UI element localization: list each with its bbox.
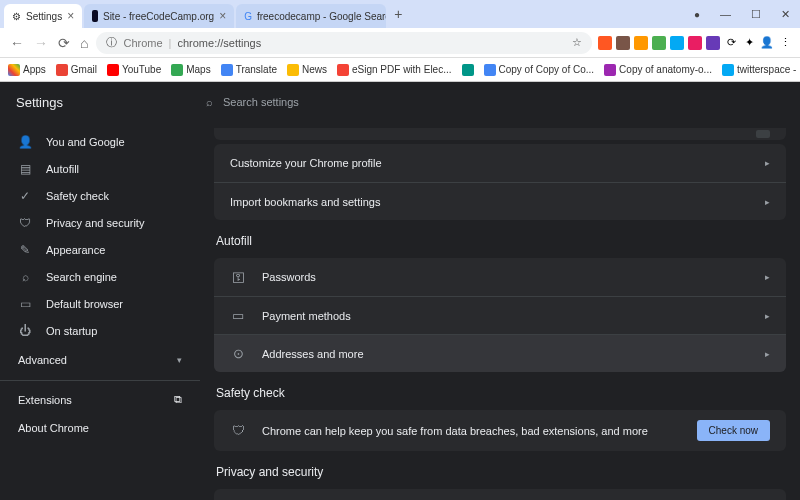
- search-placeholder: Search settings: [223, 96, 299, 108]
- chevron-right-icon: ▸: [765, 349, 770, 359]
- browser-icon: ▭: [18, 297, 32, 311]
- back-button[interactable]: ←: [8, 33, 26, 53]
- chevron-right-icon: ▸: [765, 197, 770, 207]
- settings-page: Settings ⌕ Search settings 👤You and Goog…: [0, 82, 800, 500]
- forward-button[interactable]: →: [32, 33, 50, 53]
- url-scheme: Chrome: [123, 37, 162, 49]
- search-icon: ⌕: [18, 270, 32, 284]
- person-icon: 👤: [18, 135, 32, 149]
- payment-row[interactable]: ▭Payment methods▸: [214, 296, 786, 334]
- search-icon: ⌕: [206, 96, 213, 108]
- ext-icon[interactable]: [670, 36, 684, 50]
- bookmark-item[interactable]: News: [287, 64, 327, 76]
- window-titlebar: ⚙Settings× Site - freeCodeCamp.org× Gfre…: [0, 0, 800, 28]
- tab-freecodecamp[interactable]: Site - freeCodeCamp.org×: [84, 4, 234, 28]
- section-title-autofill: Autofill: [216, 234, 784, 248]
- sidebar-item-you-google[interactable]: 👤You and Google: [0, 128, 200, 155]
- safety-card: 🛡Chrome can help keep you safe from data…: [214, 410, 786, 451]
- apps-button[interactable]: Apps: [8, 64, 46, 76]
- tab-label: freecodecamp - Google Search: [257, 11, 386, 22]
- google-icon: G: [244, 11, 252, 22]
- pin-icon: ⊙: [230, 346, 246, 361]
- card-icon: ▭: [230, 308, 246, 323]
- autofill-card: ⚿Passwords▸ ▭Payment methods▸ ⊙Addresses…: [214, 258, 786, 372]
- advanced-toggle[interactable]: Advanced▾: [0, 344, 200, 376]
- check-now-button[interactable]: Check now: [697, 420, 770, 441]
- lock-icon: 🛡: [18, 216, 32, 230]
- autofill-icon: ▤: [18, 162, 32, 176]
- sidebar-item-default[interactable]: ▭Default browser: [0, 290, 200, 317]
- close-window-button[interactable]: ✕: [775, 6, 796, 23]
- maximize-button[interactable]: ☐: [745, 6, 767, 23]
- menu-icon[interactable]: ⋮: [778, 36, 792, 50]
- shield-icon: ✓: [18, 189, 32, 203]
- toggle-icon[interactable]: [756, 130, 770, 138]
- bookmark-item[interactable]: Translate: [221, 64, 277, 76]
- account-dot-icon[interactable]: ●: [688, 7, 706, 22]
- extensions-icon[interactable]: ✦: [742, 36, 756, 50]
- bookmark-item[interactable]: twitterspace - New...: [722, 64, 800, 76]
- bookmark-item[interactable]: Gmail: [56, 64, 97, 76]
- bookmarks-bar: Apps Gmail YouTube Maps Translate News e…: [0, 58, 800, 82]
- site-icon: [92, 10, 98, 22]
- sidebar-item-appearance[interactable]: ✎Appearance: [0, 236, 200, 263]
- brush-icon: ✎: [18, 243, 32, 257]
- home-button[interactable]: ⌂: [78, 33, 90, 53]
- privacy-card: 🗑Clear browsing dataClear history, cooki…: [214, 489, 786, 500]
- clear-data-row[interactable]: 🗑Clear browsing dataClear history, cooki…: [214, 489, 786, 500]
- reload-button[interactable]: ⟳: [56, 33, 72, 53]
- bookmark-item[interactable]: YouTube: [107, 64, 161, 76]
- bookmark-item[interactable]: Copy of Copy of Co...: [484, 64, 595, 76]
- chevron-down-icon: ▾: [177, 355, 182, 365]
- site-info-icon[interactable]: ⓘ: [106, 35, 117, 50]
- close-icon[interactable]: ×: [67, 9, 74, 23]
- ext-icon[interactable]: [634, 36, 648, 50]
- customize-profile-row[interactable]: Customize your Chrome profile▸: [214, 144, 786, 182]
- bookmark-item[interactable]: Maps: [171, 64, 210, 76]
- bookmark-item[interactable]: Copy of anatomy-o...: [604, 64, 712, 76]
- minimize-button[interactable]: —: [714, 6, 737, 22]
- extensions-link[interactable]: Extensions⧉: [0, 385, 200, 414]
- sidebar-item-privacy[interactable]: 🛡Privacy and security: [0, 209, 200, 236]
- sidebar-item-startup[interactable]: ⏻On startup: [0, 317, 200, 344]
- address-bar: ← → ⟳ ⌂ ⓘ Chrome | chrome://settings ☆ ⟳…: [0, 28, 800, 58]
- external-link-icon: ⧉: [174, 393, 182, 406]
- tab-label: Site - freeCodeCamp.org: [103, 11, 214, 22]
- tab-google-search[interactable]: Gfreecodecamp - Google Search×: [236, 4, 386, 28]
- sidebar-item-autofill[interactable]: ▤Autofill: [0, 155, 200, 182]
- ext-icon[interactable]: [688, 36, 702, 50]
- url-input[interactable]: ⓘ Chrome | chrome://settings ☆: [96, 32, 592, 54]
- ext-icon[interactable]: [706, 36, 720, 50]
- shield-icon: 🛡: [230, 423, 246, 438]
- star-icon[interactable]: ☆: [572, 36, 582, 49]
- addresses-row[interactable]: ⊙Addresses and more▸: [214, 334, 786, 372]
- ext-icon[interactable]: [652, 36, 666, 50]
- bookmark-item[interactable]: eSign PDF with Elec...: [337, 64, 451, 76]
- sidebar-item-safety[interactable]: ✓Safety check: [0, 182, 200, 209]
- chevron-right-icon: ▸: [765, 311, 770, 321]
- power-icon: ⏻: [18, 324, 32, 338]
- profile-icon[interactable]: 👤: [760, 36, 774, 50]
- passwords-row[interactable]: ⚿Passwords▸: [214, 258, 786, 296]
- section-title-safety: Safety check: [216, 386, 784, 400]
- key-icon: ⚿: [230, 270, 246, 285]
- bookmark-item[interactable]: [462, 64, 474, 76]
- sidebar-item-search[interactable]: ⌕Search engine: [0, 263, 200, 290]
- tab-label: Settings: [26, 11, 62, 22]
- gear-icon: ⚙: [12, 11, 21, 22]
- settings-sidebar: 👤You and Google ▤Autofill ✓Safety check …: [0, 82, 200, 500]
- ext-icon[interactable]: [616, 36, 630, 50]
- new-tab-button[interactable]: +: [388, 6, 408, 22]
- sync-icon[interactable]: ⟳: [724, 36, 738, 50]
- import-bookmarks-row[interactable]: Import bookmarks and settings▸: [214, 182, 786, 220]
- tab-settings[interactable]: ⚙Settings×: [4, 4, 82, 28]
- close-icon[interactable]: ×: [219, 9, 226, 23]
- about-chrome-link[interactable]: About Chrome: [0, 414, 200, 442]
- safety-check-row: 🛡Chrome can help keep you safe from data…: [214, 410, 786, 451]
- url-path: chrome://settings: [177, 37, 261, 49]
- ext-icon[interactable]: [598, 36, 612, 50]
- profile-card: Customize your Chrome profile▸ Import bo…: [214, 144, 786, 220]
- chevron-right-icon: ▸: [765, 158, 770, 168]
- search-settings-input[interactable]: ⌕ Search settings: [206, 96, 636, 108]
- settings-main: Customize your Chrome profile▸ Import bo…: [200, 82, 800, 500]
